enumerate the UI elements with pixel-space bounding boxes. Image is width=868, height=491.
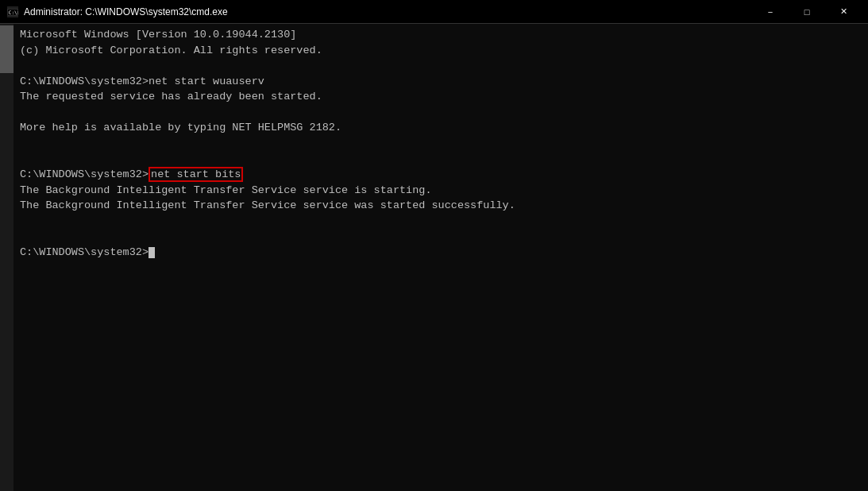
cmd-window: C:\> Administrator: C:\WINDOWS\system32\… [0, 0, 868, 491]
line-6 [20, 105, 862, 121]
line-15: C:\WINDOWS\system32> [20, 245, 862, 261]
line-12: The Background Intelligent Transfer Serv… [20, 198, 862, 214]
prompt-prefix: C:\WINDOWS\system32> [20, 168, 149, 180]
maximize-button[interactable]: □ [789, 0, 825, 24]
line-11: The Background Intelligent Transfer Serv… [20, 183, 862, 199]
svg-text:C:\>: C:\> [9, 9, 18, 14]
title-bar: C:\> Administrator: C:\WINDOWS\system32\… [0, 0, 868, 24]
terminal-content[interactable]: Microsoft Windows [Version 10.0.19044.21… [14, 24, 868, 491]
line-13 [20, 214, 862, 230]
window-controls: − □ ✕ [752, 0, 862, 24]
line-14 [20, 229, 862, 245]
cmd-icon: C:\> [6, 6, 19, 18]
line-1: Microsoft Windows [Version 10.0.19044.21… [20, 27, 862, 43]
line-5: The requested service has already been s… [20, 89, 862, 105]
scrollbar[interactable] [0, 24, 14, 491]
cursor [149, 247, 155, 258]
line-8 [20, 136, 862, 152]
window-content: Microsoft Windows [Version 10.0.19044.21… [0, 24, 868, 491]
minimize-button[interactable]: − [752, 0, 789, 24]
close-button[interactable]: ✕ [825, 0, 862, 24]
window-title: Administrator: C:\WINDOWS\system32\cmd.e… [24, 6, 752, 17]
command-highlighted: net start bits [149, 167, 243, 182]
line-9 [20, 152, 862, 168]
final-prompt: C:\WINDOWS\system32> [20, 246, 149, 258]
line-2: (c) Microsoft Corporation. All rights re… [20, 43, 862, 59]
line-3 [20, 58, 862, 74]
line-4: C:\WINDOWS\system32>net start wuauserv [20, 74, 862, 90]
scrollbar-thumb[interactable] [0, 25, 14, 73]
line-7: More help is available by typing NET HEL… [20, 120, 862, 136]
line-10: C:\WINDOWS\system32>net start bits [20, 167, 862, 183]
